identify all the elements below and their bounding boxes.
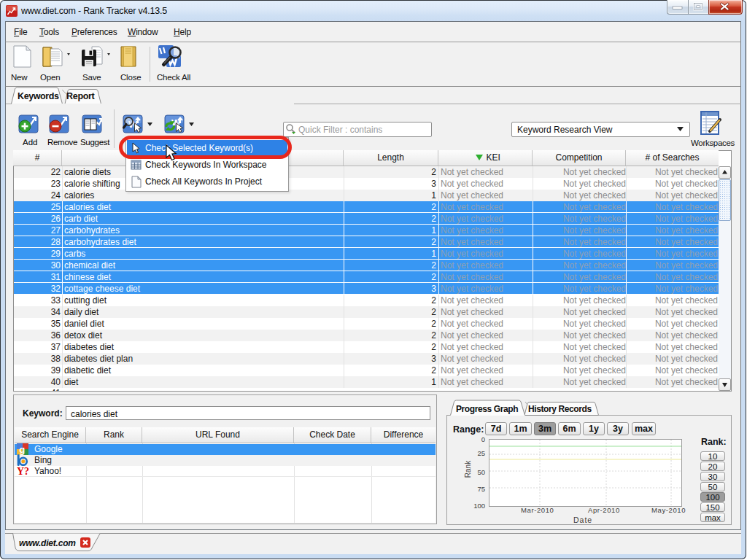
svg-text:Progress Graph: Progress Graph [456, 404, 518, 414]
svg-text:History Records: History Records [528, 404, 592, 414]
svg-text:Report: Report [66, 91, 96, 101]
svg-text:Keywords: Keywords [18, 91, 59, 101]
svg-text:Y?: Y? [17, 466, 29, 476]
svg-text:g: g [19, 444, 25, 455]
